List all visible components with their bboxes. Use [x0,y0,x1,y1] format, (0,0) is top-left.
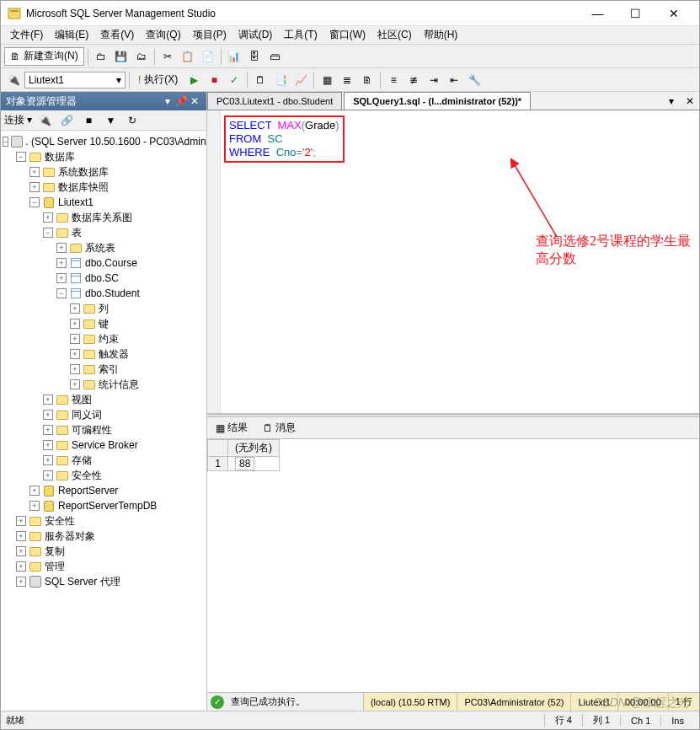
new-query-button[interactable]: 🗎 新建查询(N) [4,47,84,66]
stop-button[interactable]: ■ [205,71,223,89]
tree-indexes[interactable]: +索引 [1,362,206,377]
client-stats-button[interactable]: 📈 [291,71,310,89]
save-all-button[interactable]: 🗂 [132,47,151,66]
result-row-header[interactable]: 1 [208,457,228,471]
tab-sql-query[interactable]: SQLQuery1.sql - (l...dministrator (52))* [344,92,531,110]
results-file-button[interactable]: 🗎 [358,71,377,89]
tree-management[interactable]: +管理 [1,559,206,574]
result-header[interactable]: (无列名) [228,440,280,457]
tree-databases[interactable]: −数据库 [1,149,206,164]
close-button[interactable]: ✕ [655,2,692,25]
save-button[interactable]: 💾 [112,47,131,66]
menu-project[interactable]: 项目(P) [187,26,232,44]
tree-storage[interactable]: +存储 [1,453,206,468]
tree-stats[interactable]: +统计信息 [1,377,206,392]
tree-columns[interactable]: +列 [1,301,206,316]
app-title: Microsoft SQL Server Management Studio [26,8,579,19]
parse-button[interactable]: ✓ [225,71,243,89]
result-cell[interactable]: 88 [228,457,280,471]
sql-editor[interactable]: SELECT MAX(Grade) FROM SC WHERE Cno='2';… [207,110,699,414]
tree-server[interactable]: −. (SQL Server 10.50.1600 - PC03\Adminis… [1,134,206,149]
indent-button[interactable]: ⇥ [425,71,443,89]
tree-service-broker[interactable]: +Service Broker [1,437,206,453]
titlebar: Microsoft SQL Server Management Studio —… [1,1,699,26]
tree-programmability[interactable]: +可编程性 [1,422,206,437]
tree-table-course[interactable]: +dbo.Course [1,255,206,271]
status-ready: 就绪 [6,714,24,727]
connect-dropdown[interactable]: 连接 ▾ [4,113,32,127]
dropdown-icon[interactable]: ▾ [161,94,174,108]
tree-replication[interactable]: +复制 [1,544,206,559]
connect-icon[interactable]: 🔌 [35,111,54,130]
open-file-button[interactable]: 🗀 [92,47,110,66]
include-plan-button[interactable]: 📑 [271,71,290,89]
grid-icon: ▦ [216,422,225,434]
tree-db-diagrams[interactable]: +数据库关系图 [1,210,206,225]
tree-db-snapshot[interactable]: +数据库快照 [1,180,206,195]
tab-dropdown-icon[interactable]: ▾ [662,92,681,110]
refresh-icon[interactable]: ↻ [123,111,142,130]
results-text-button[interactable]: ≣ [338,71,356,89]
menu-help[interactable]: 帮助(H) [418,26,464,44]
paste-button[interactable]: 📄 [199,47,217,66]
outdent-button[interactable]: ⇤ [445,71,463,89]
disconnect-icon[interactable]: 🔗 [57,111,76,130]
tree-keys[interactable]: +键 [1,316,206,331]
stop-icon[interactable]: ■ [79,111,98,130]
tree-table-sc[interactable]: +dbo.SC [1,271,206,286]
tree-synonyms[interactable]: +同义词 [1,407,206,422]
menu-tools[interactable]: 工具(T) [278,26,323,44]
filter-icon[interactable]: ▼ [101,111,120,130]
tree-table-student[interactable]: −dbo.Student [1,286,206,301]
close-panel-icon[interactable]: ✕ [188,94,201,108]
svg-rect-0 [8,8,20,19]
tree-constraints[interactable]: +约束 [1,331,206,346]
tree-sql-agent[interactable]: +SQL Server 代理 [1,574,206,589]
execute-button[interactable]: ! 执行(X) [133,71,183,89]
tree-reportserver-temp[interactable]: +ReportServerTempDB [1,498,206,513]
tree-views[interactable]: +视图 [1,392,206,407]
menubar: 文件(F) 编辑(E) 查看(V) 查询(Q) 项目(P) 调试(D) 工具(T… [1,26,699,45]
tab-results[interactable]: ▦结果 [211,419,253,437]
tree-reportserver[interactable]: +ReportServer [1,483,206,498]
debug-button[interactable]: ▶ [184,71,203,89]
object-explorer-button[interactable]: 🗃 [265,47,284,66]
tree-user-db[interactable]: −Liutext1 [1,195,206,210]
maximize-button[interactable]: ☐ [617,2,655,25]
tree-sys-tables[interactable]: +系统表 [1,240,206,255]
uncomment-button[interactable]: ≢ [404,71,423,89]
copy-button[interactable]: 📋 [179,47,197,66]
toolbar-sql: 🔌 Liutext1 ▾ ! 执行(X) ▶ ■ ✓ 🗒 📑 📈 ▦ ≣ 🗎 ≡… [1,68,699,92]
result-grid[interactable]: (无列名) 188 [207,439,699,692]
database-combo[interactable]: Liutext1 ▾ [24,72,126,89]
activity-monitor-button[interactable]: 📊 [225,47,243,66]
menu-window[interactable]: 窗口(W) [323,26,371,44]
watermark: CSDN @命运之光 [593,695,689,711]
registered-servers-button[interactable]: 🗄 [245,47,264,66]
tree-tables[interactable]: −表 [1,225,206,240]
tree-db-security[interactable]: +安全性 [1,468,206,483]
tree-triggers[interactable]: +触发器 [1,346,206,362]
menu-query[interactable]: 查询(Q) [140,26,186,44]
pin-icon[interactable]: 📌 [174,94,188,108]
menu-view[interactable]: 查看(V) [94,26,140,44]
specify-values-button[interactable]: 🔧 [465,71,484,89]
tab-close-icon[interactable]: ✕ [681,92,699,110]
tab-messages[interactable]: 🗒消息 [258,419,301,437]
cut-button[interactable]: ✂ [158,47,177,66]
comment-button[interactable]: ≡ [384,71,403,89]
tree-security[interactable]: +安全性 [1,513,206,529]
tree-server-objects[interactable]: +服务器对象 [1,529,206,544]
results-grid-button[interactable]: ▦ [318,71,336,89]
tab-student-table[interactable]: PC03.Liutext1 - dbo.Student [207,92,342,110]
tree-sys-db[interactable]: +系统数据库 [1,164,206,180]
tree[interactable]: −. (SQL Server 10.50.1600 - PC03\Adminis… [1,131,206,711]
display-plan-button[interactable]: 🗒 [251,71,270,89]
status-col: 列 1 [582,714,620,727]
menu-debug[interactable]: 调试(D) [232,26,279,44]
menu-file[interactable]: 文件(F) [4,26,49,44]
menu-edit[interactable]: 编辑(E) [49,26,94,44]
menu-community[interactable]: 社区(C) [371,26,418,44]
connect-button[interactable]: 🔌 [4,71,23,89]
minimize-button[interactable]: — [579,2,617,25]
